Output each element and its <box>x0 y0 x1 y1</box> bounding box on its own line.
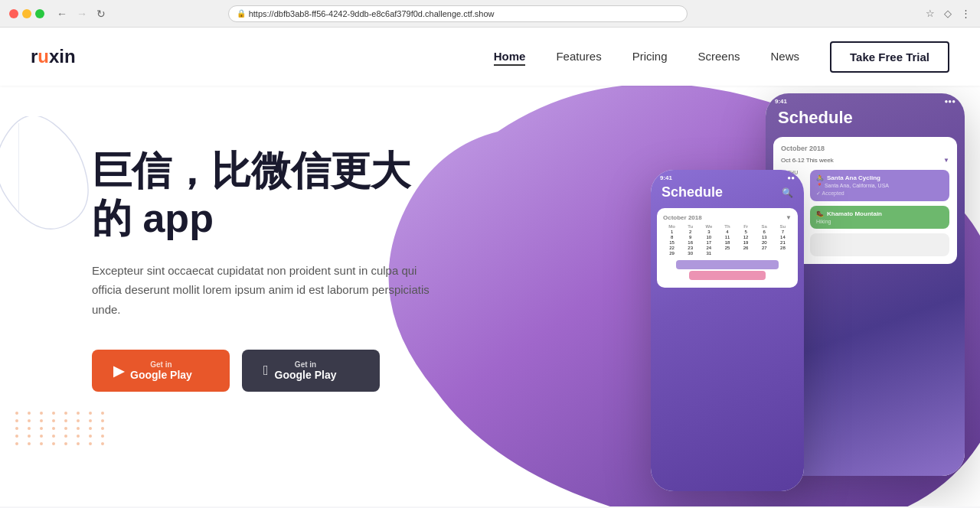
nav-links: Home Features Pricing Screens News <box>494 50 799 64</box>
nav-link-features[interactable]: Features <box>556 50 601 63</box>
phone-back-week: Oct 6-12 This week ▼ <box>781 157 949 164</box>
hero-subtitle: Excepteur sint occaecat cupidatat non pr… <box>92 261 444 320</box>
phone-back-title: Schedule <box>766 105 965 134</box>
event-fri: FRI 6 🥾 Khamato Mountain <box>781 206 949 229</box>
calendar-grid: Mo Tu We Th Fr Sa Su 1234567 89101112131… <box>663 224 792 256</box>
logo-accent: u <box>38 46 49 67</box>
navbar: ruxin Home Features Pricing Screens News… <box>0 28 980 86</box>
nav-link-news[interactable]: News <box>771 50 800 63</box>
address-bar[interactable]: 🔒 https://dbfb3ab8-ff56-4242-9ddb-e8c6af… <box>228 5 688 22</box>
lock-icon: 🔒 <box>237 9 246 18</box>
hero-content: 巨信，比微信更大的 app Excepteur sint occaecat cu… <box>0 86 475 438</box>
maximize-btn[interactable] <box>35 9 44 18</box>
event-sat: SAT 10 <box>781 233 949 256</box>
phone-front-time: 9:41 <box>660 174 672 181</box>
trial-button[interactable]: Take Free Trial <box>830 41 949 73</box>
nav-link-home[interactable]: Home <box>494 50 526 66</box>
nav-item-home[interactable]: Home <box>494 50 526 64</box>
hero-buttons: ▶ Get in Google Play  Get in Google Pla… <box>92 350 444 392</box>
forward-button[interactable]: → <box>77 8 87 20</box>
hero-section: 巨信，比微信更大的 app Excepteur sint occaecat cu… <box>0 86 980 506</box>
hero-title: 巨信，比微信更大的 app <box>92 147 444 243</box>
extensions-icon[interactable]: ◇ <box>944 8 952 19</box>
apple-icon:  <box>263 363 269 379</box>
phone-front-screen: 9:41 ●● Schedule 🔍 October 2018 ▼ <box>651 170 804 491</box>
nav-link-pricing[interactable]: Pricing <box>632 50 668 63</box>
phone-front-signal: ●● <box>787 174 795 181</box>
play-icon: ▶ <box>113 363 124 379</box>
url-text: https://dbfb3ab8-ff56-4242-9ddb-e8c6af37… <box>249 9 495 18</box>
back-button[interactable]: ← <box>57 8 67 20</box>
nav-item-screens[interactable]: Screens <box>698 50 740 64</box>
phones-container: 9:41 ●●● Schedule October 2018 Oct 6-12 … <box>490 86 980 506</box>
phone-back-status: 9:41 ●●● <box>766 93 965 105</box>
nav-link-screens[interactable]: Screens <box>698 50 740 63</box>
phone-front: 9:41 ●● Schedule 🔍 October 2018 ▼ <box>651 170 804 491</box>
google-play-text: Get in Google Play <box>130 360 192 381</box>
browser-window-buttons <box>9 9 44 18</box>
site-logo[interactable]: ruxin <box>31 46 76 67</box>
browser-chrome: ← → ↻ 🔒 https://dbfb3ab8-ff56-4242-9ddb-… <box>0 0 980 28</box>
nav-item-features[interactable]: Features <box>556 50 601 64</box>
apple-store-text: Get in Google Play <box>275 360 337 381</box>
menu-icon[interactable]: ⋮ <box>961 8 971 19</box>
apple-store-button[interactable]:  Get in Google Play <box>242 350 380 392</box>
phone-front-frame: 9:41 ●● Schedule 🔍 October 2018 ▼ <box>651 170 804 491</box>
reload-button[interactable]: ↻ <box>96 8 106 20</box>
minimize-btn[interactable] <box>22 9 31 18</box>
search-icon: 🔍 <box>782 187 793 198</box>
phone-back-month: October 2018 <box>781 145 949 152</box>
event-thu: THU 5 🚴 Santa Ana Cycling <box>781 170 949 201</box>
phone-front-status: 9:41 ●● <box>651 170 804 181</box>
google-play-button[interactable]: ▶ Get in Google Play <box>92 350 230 392</box>
phone-front-calendar: October 2018 ▼ Mo Tu We Th Fr Sa Su <box>657 208 798 288</box>
bookmark-icon[interactable]: ☆ <box>926 8 935 19</box>
nav-item-news[interactable]: News <box>771 50 800 64</box>
browser-toolbar: ☆ ◇ ⋮ <box>926 8 971 19</box>
phone-back-signal: ●●● <box>945 98 956 105</box>
close-btn[interactable] <box>9 9 18 18</box>
phone-front-header: Schedule 🔍 <box>651 181 804 205</box>
phone-back-time: 9:41 <box>775 98 787 105</box>
nav-item-pricing[interactable]: Pricing <box>632 50 668 64</box>
calendar-events <box>663 260 792 280</box>
